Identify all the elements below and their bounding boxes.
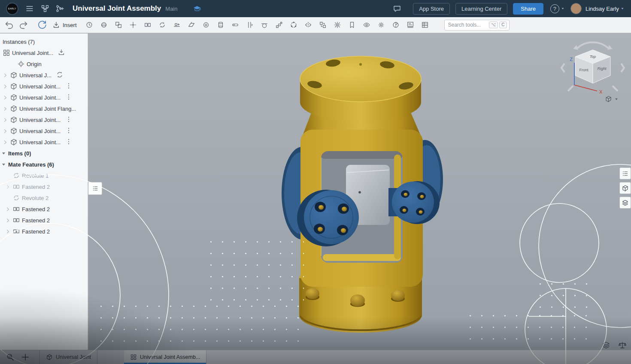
branch-icon[interactable]	[55, 4, 64, 13]
projection-dropdown[interactable]	[605, 95, 619, 103]
bom-table-button[interactable]	[420, 20, 430, 30]
revolute-mate-icon	[158, 21, 166, 29]
instance-row[interactable]: Universal J...	[0, 70, 88, 81]
search-tools-input[interactable]	[448, 22, 488, 28]
exploded-view-button[interactable]	[333, 20, 342, 30]
mate-row-fastened[interactable]: Fastened 2	[0, 226, 88, 237]
assembly-root-row[interactable]: Universal Joint...	[0, 47, 88, 58]
parallel-mate-button[interactable]	[245, 20, 255, 30]
instance-row[interactable]: Universal Joint Flang...	[0, 103, 88, 114]
selection-list-handle[interactable]	[88, 182, 102, 195]
instance-row[interactable]: Universal Joint...	[0, 125, 88, 136]
top-flange-part[interactable]	[300, 56, 421, 122]
replicate-button[interactable]	[318, 20, 328, 30]
circular-pattern-button[interactable]	[289, 20, 298, 30]
add-tab-button[interactable]	[21, 352, 30, 362]
instance-row[interactable]: Universal Joint...	[0, 92, 88, 103]
mate-row-fastened[interactable]: Fastened 2	[0, 215, 88, 226]
mate-row-fastened[interactable]: Fastened 2	[0, 181, 88, 192]
graduation-cap-icon[interactable]	[193, 4, 201, 13]
mirror-button[interactable]	[303, 20, 313, 30]
named-positions-button[interactable]	[347, 20, 357, 30]
expand-chevron-icon[interactable]	[3, 140, 8, 145]
help-caret-icon[interactable]	[560, 6, 565, 11]
universal-joint-model[interactable]	[88, 33, 631, 350]
expand-chevron-icon[interactable]	[5, 218, 11, 223]
view-layers-button[interactable]	[619, 197, 631, 209]
mate-button[interactable]	[99, 20, 109, 30]
user-name[interactable]: Lindsay Early	[585, 6, 619, 12]
version-graph-icon[interactable]	[41, 4, 49, 13]
collapse-triangle-icon[interactable]	[1, 162, 6, 167]
expand-chevron-icon[interactable]	[3, 95, 8, 100]
feature-tree-panel: Instances (7)Universal Joint...OriginUni…	[0, 33, 88, 350]
expand-chevron-icon[interactable]	[5, 184, 11, 190]
instance-row[interactable]: Universal Joint...	[0, 136, 88, 148]
display-states-button[interactable]	[362, 20, 371, 30]
revolute-mate-button[interactable]	[158, 20, 167, 30]
expand-chevron-icon[interactable]	[5, 229, 11, 234]
onshape-logo[interactable]: EARLY	[6, 3, 18, 15]
viewcube-front-label[interactable]: Front	[579, 68, 589, 72]
comment-icon[interactable]	[393, 4, 401, 13]
pin-slot-mate-button[interactable]	[231, 20, 240, 30]
fastened-mate-button[interactable]	[143, 20, 152, 30]
collapse-triangle-icon[interactable]	[1, 151, 6, 156]
workspace-name[interactable]: Main	[165, 6, 177, 12]
mate-row-fastened[interactable]: Fastened 2	[0, 203, 88, 215]
display-settings-button[interactable]	[619, 182, 631, 194]
units-icon[interactable]	[618, 341, 627, 349]
planar-mate-button[interactable]	[187, 20, 196, 30]
document-tab-0[interactable]: Universal Joint	[39, 350, 97, 364]
section-view-button[interactable]	[391, 20, 400, 30]
user-caret-icon[interactable]	[620, 6, 625, 11]
viewcube-top-label[interactable]: Top	[590, 55, 596, 59]
parts-list-toggle-button[interactable]	[619, 167, 631, 179]
circular-pattern-icon	[290, 21, 297, 29]
slider-mate-button[interactable]	[172, 20, 182, 30]
document-tab-1[interactable]: Universal Joint Assemb...	[124, 350, 206, 364]
viewport-3d[interactable]: Top Front Right Z X	[88, 33, 631, 350]
configurations-button[interactable]	[376, 20, 386, 30]
share-button[interactable]: Share	[513, 3, 543, 15]
expand-chevron-icon[interactable]	[3, 73, 8, 78]
avatar[interactable]	[570, 3, 582, 14]
expand-chevron-icon[interactable]	[3, 117, 8, 123]
group-button[interactable]	[114, 20, 123, 30]
items-section-row[interactable]: Items (0)	[0, 148, 88, 159]
expand-chevron-icon[interactable]	[3, 84, 8, 89]
expand-chevron-icon[interactable]	[5, 206, 11, 212]
mate-row-revolute[interactable]: Revolute 2	[0, 192, 88, 203]
tool-search[interactable]: ⌥ C	[444, 20, 510, 30]
learning-center-button[interactable]: Learning Center	[455, 3, 507, 15]
origin-row[interactable]: Origin	[0, 58, 88, 70]
instance-row[interactable]: Universal Joint...	[0, 81, 88, 92]
right-flange-part[interactable]	[392, 181, 440, 224]
view-cube[interactable]: Top Front Right Z X	[559, 37, 628, 101]
history-button[interactable]	[85, 20, 94, 30]
ball-mate-button[interactable]	[201, 20, 211, 30]
app-store-button[interactable]: App Store	[413, 3, 450, 15]
search-tabs-button[interactable]	[6, 352, 15, 362]
tangent-mate-button[interactable]	[260, 20, 269, 30]
redo-button[interactable]	[18, 20, 28, 30]
undo-button[interactable]	[4, 20, 15, 30]
main-menu-icon[interactable]	[25, 4, 34, 13]
mate-connector-button[interactable]	[128, 20, 138, 30]
insert-button[interactable]: Insert	[52, 21, 77, 29]
expand-chevron-icon[interactable]	[3, 106, 8, 112]
cylindrical-mate-button[interactable]	[216, 20, 225, 30]
mate-features-section-row[interactable]: Mate Features (6)	[0, 159, 88, 170]
create-drawing-button[interactable]	[406, 20, 415, 30]
document-tabs: Universal JointUniversal Joint Assemb...	[39, 350, 206, 364]
mate-row-revolute[interactable]: Revolute 1	[0, 170, 88, 181]
help-button[interactable]: ?	[550, 4, 559, 13]
scale-bar-icon[interactable]	[602, 341, 610, 349]
bom-table-icon	[421, 21, 429, 29]
viewcube-right-label[interactable]: Right	[597, 67, 607, 71]
tab-label: Universal Joint	[56, 354, 91, 360]
expand-chevron-icon[interactable]	[3, 128, 8, 134]
refresh-document-button[interactable]	[37, 20, 47, 30]
instance-row[interactable]: Universal Joint...	[0, 114, 88, 125]
linear-pattern-button[interactable]	[274, 20, 284, 30]
